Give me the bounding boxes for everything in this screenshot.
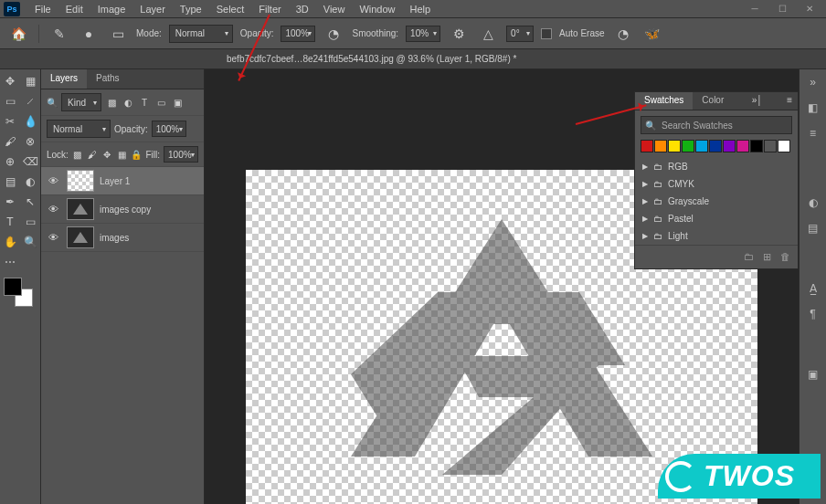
blend-mode-dropdown[interactable]: Normal <box>47 120 111 138</box>
layer-thumbnail[interactable] <box>67 198 94 220</box>
menu-layer[interactable]: Layer <box>132 2 173 16</box>
swatch-folder[interactable]: ▶🗀RGB <box>635 158 798 175</box>
layer-name[interactable]: images <box>100 233 129 243</box>
swatch-cell[interactable] <box>709 140 722 152</box>
layer-row[interactable]: 👁 Layer 1 <box>41 167 204 195</box>
swatch-delete-icon[interactable]: 🗑 <box>780 251 790 263</box>
crop-tool[interactable]: ✂ <box>0 111 20 131</box>
swatch-cell[interactable] <box>764 140 777 152</box>
smoothing-gear-icon[interactable]: ⚙ <box>448 23 470 45</box>
lasso-tool[interactable]: ⟋ <box>20 91 40 111</box>
menu-window[interactable]: Window <box>352 2 402 16</box>
eraser-tool[interactable]: ⌫ <box>20 152 40 172</box>
menu-select[interactable]: Select <box>209 2 252 16</box>
layer-thumbnail[interactable] <box>67 170 94 192</box>
menu-image[interactable]: Image <box>90 2 133 16</box>
pencil-tool-icon[interactable]: ✎ <box>48 23 70 45</box>
paragraph-panel-icon[interactable]: ¶ <box>804 305 822 323</box>
swatch-folder[interactable]: ▶🗀Grayscale <box>635 193 798 210</box>
visibility-toggle[interactable]: 👁 <box>45 201 61 217</box>
layer-opacity-input[interactable]: 100% <box>152 121 186 137</box>
swatch-cell[interactable] <box>695 140 708 152</box>
filter-icon[interactable]: 🔍 <box>47 98 58 108</box>
filter-adjust-icon[interactable]: ◐ <box>122 96 134 109</box>
eyedropper-tool[interactable]: 💧 <box>20 111 40 131</box>
character-panel-icon[interactable]: A̲ <box>804 279 822 298</box>
swatch-new-icon[interactable]: ⊞ <box>763 251 771 263</box>
lock-artboard-icon[interactable]: ▦ <box>116 148 127 161</box>
heal-tool[interactable]: ⊗ <box>20 131 40 152</box>
brush-tool[interactable]: 🖌 <box>0 131 20 152</box>
lock-all-icon[interactable]: 🔒 <box>131 148 142 161</box>
pressure-opacity-icon[interactable]: ◔ <box>323 23 344 45</box>
collapse-dock-icon[interactable]: » <box>804 73 822 91</box>
lock-pixels-icon[interactable]: ▩ <box>72 148 83 161</box>
angle-input[interactable]: 0° <box>506 26 534 42</box>
swatch-cell[interactable] <box>750 140 763 152</box>
menu-edit[interactable]: Edit <box>58 2 90 16</box>
symmetry-icon[interactable]: 🦋 <box>641 23 663 45</box>
smoothing-input[interactable]: 10% <box>406 26 440 42</box>
menu-view[interactable]: View <box>316 2 353 16</box>
home-icon[interactable]: 🏠 <box>7 23 29 45</box>
tab-layers[interactable]: Layers <box>41 69 87 89</box>
swatch-cell[interactable] <box>654 140 667 152</box>
window-close-button[interactable]: ✕ <box>797 2 822 16</box>
artboard-tool[interactable]: ▦ <box>20 71 40 91</box>
layer-row[interactable]: 👁 images copy <box>41 195 204 224</box>
pressure-size-icon[interactable]: ◔ <box>612 23 634 45</box>
menu-3d[interactable]: 3D <box>289 2 316 16</box>
fill-input[interactable]: 100% <box>164 146 198 163</box>
window-minimize-button[interactable]: ─ <box>742 2 768 16</box>
dodge-tool[interactable]: ◐ <box>20 172 40 192</box>
menu-filter[interactable]: Filter <box>251 2 288 16</box>
tab-paths[interactable]: Paths <box>87 69 129 89</box>
pen-tool[interactable]: ✒ <box>0 192 20 212</box>
move-tool[interactable]: ✥ <box>0 71 20 91</box>
lock-paint-icon[interactable]: 🖌 <box>87 148 98 161</box>
filter-pixel-icon[interactable]: ▩ <box>105 96 118 109</box>
swatch-cell[interactable] <box>778 140 790 152</box>
brush-panel-icon[interactable]: ▭ <box>107 23 129 45</box>
menu-type[interactable]: Type <box>173 2 209 16</box>
libraries-panel-icon[interactable]: ▤ <box>804 219 822 237</box>
panel-collapse-icon[interactable]: »│ <box>747 92 768 110</box>
history-panel-icon[interactable]: ≡ <box>804 124 822 142</box>
swatch-folder-icon[interactable]: 🗀 <box>744 251 754 263</box>
swatch-cell[interactable] <box>668 140 681 152</box>
visibility-toggle[interactable]: 👁 <box>45 173 61 189</box>
path-tool[interactable]: ↖ <box>20 192 40 212</box>
swatch-search-input[interactable]: Search Swatches <box>641 116 792 134</box>
layer-name[interactable]: images copy <box>100 205 151 215</box>
text-tool[interactable]: T <box>0 212 20 232</box>
layer-thumbnail[interactable] <box>67 226 94 248</box>
layer-row[interactable]: 👁 images <box>41 224 204 252</box>
color-swatch[interactable] <box>4 278 33 307</box>
swatch-folder[interactable]: ▶🗀Pastel <box>635 210 798 227</box>
brush-preset-icon[interactable]: ● <box>78 23 100 45</box>
menu-help[interactable]: Help <box>403 2 439 16</box>
opacity-input[interactable]: 100% <box>281 26 315 42</box>
color-panel-icon[interactable]: ◧ <box>804 99 822 117</box>
adjustments-panel-icon[interactable]: ◐ <box>804 194 822 212</box>
layer-name[interactable]: Layer 1 <box>100 176 130 186</box>
gradient-tool[interactable]: ▤ <box>0 172 20 192</box>
hand-tool[interactable]: ✋ <box>0 232 20 252</box>
mode-dropdown[interactable]: Normal <box>169 25 233 43</box>
filter-smart-icon[interactable]: ▣ <box>171 96 184 109</box>
stamp-tool[interactable]: ⊕ <box>0 152 20 172</box>
swatch-folder[interactable]: ▶🗀CMYK <box>635 175 798 193</box>
window-maximize-button[interactable]: ☐ <box>769 2 795 16</box>
properties-panel-icon[interactable]: ▣ <box>804 365 822 383</box>
lock-position-icon[interactable]: ✥ <box>101 148 112 161</box>
autoerase-checkbox[interactable] <box>541 28 552 39</box>
swatch-cell[interactable] <box>641 140 653 152</box>
swatch-cell[interactable] <box>723 140 736 152</box>
visibility-toggle[interactable]: 👁 <box>45 229 61 246</box>
panel-menu-icon[interactable]: ≡ <box>781 92 798 110</box>
swatch-folder[interactable]: ▶🗀Light <box>635 227 798 245</box>
document-tab[interactable]: befb7cdfc7cbeef…8e241ffd5e544103.jpg @ 9… <box>219 54 524 64</box>
tab-color[interactable]: Color <box>693 92 733 110</box>
filter-kind-dropdown[interactable]: Kind <box>61 93 101 111</box>
zoom-tool[interactable]: 🔍 <box>20 232 40 252</box>
